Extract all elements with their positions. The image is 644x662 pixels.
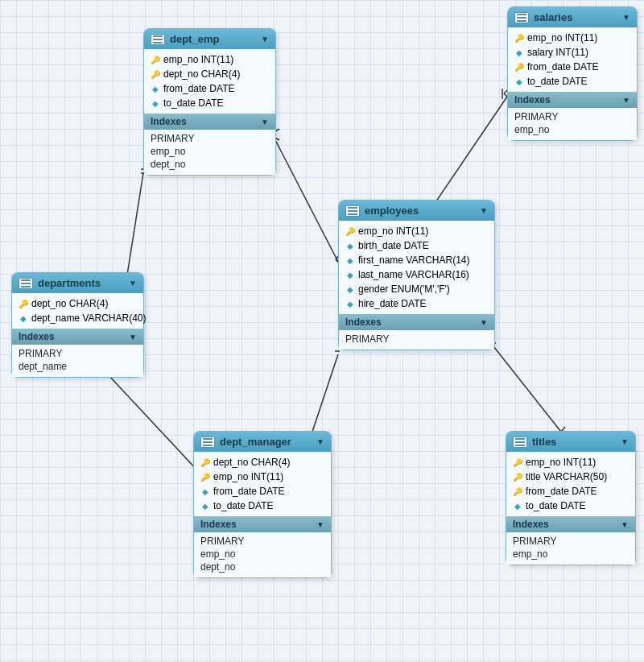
field-text: hire_date DATE: [358, 298, 427, 309]
index-row: PRIMARY: [345, 333, 488, 345]
diamond-icon: ◆: [200, 501, 210, 511]
table-employees-arrow[interactable]: ▼: [480, 206, 488, 215]
table-departments-indexes-body: PRIMARY dept_name: [12, 345, 143, 377]
indexes-arrow: ▼: [621, 520, 629, 529]
table-departments-arrow[interactable]: ▼: [129, 279, 137, 288]
field-row: 🔑 title VARCHAR(50): [506, 470, 635, 484]
diamond-icon: ◆: [345, 241, 355, 250]
field-row: ◆ gender ENUM('M','F'): [339, 282, 494, 296]
diamond-icon: ◆: [345, 299, 355, 308]
table-departments-indexes-header[interactable]: Indexes ▼: [12, 329, 143, 345]
field-row: ◆ to_date DATE: [144, 96, 275, 110]
table-departments[interactable]: departments ▼ 🔑 dept_no CHAR(4) ◆ dept_n…: [11, 272, 144, 378]
field-row: 🔑 dept_no CHAR(4): [194, 455, 331, 470]
table-employees-indexes-body: PRIMARY: [339, 330, 494, 350]
table-salaries-arrow[interactable]: ▼: [622, 13, 630, 22]
index-row: PRIMARY: [151, 132, 269, 145]
table-dept-emp[interactable]: dept_emp ▼ 🔑 emp_no INT(11) 🔑 dept_no CH…: [143, 28, 276, 176]
table-departments-fields: 🔑 dept_no CHAR(4) ◆ dept_name VARCHAR(40…: [12, 293, 143, 329]
table-salaries[interactable]: salaries ▼ 🔑 emp_no INT(11) ◆ salary INT…: [507, 6, 638, 141]
table-titles-indexes-header[interactable]: Indexes ▼: [506, 516, 635, 532]
index-row: emp_no: [513, 548, 629, 561]
diamond-icon: ◆: [513, 501, 522, 511]
table-dept-manager-indexes-header[interactable]: Indexes ▼: [194, 516, 331, 532]
field-row: 🔑 emp_no INT(11): [144, 52, 275, 67]
field-row: 🔑 dept_no CHAR(4): [144, 67, 275, 81]
svg-line-14: [431, 97, 507, 209]
indexes-arrow: ▼: [622, 96, 630, 105]
key-icon: 🔑: [151, 55, 160, 64]
field-row: 🔑 emp_no INT(11): [506, 455, 635, 470]
table-dept-emp-icon: [151, 34, 165, 45]
field-text: to_date DATE: [527, 76, 587, 87]
table-salaries-indexes-header[interactable]: Indexes ▼: [508, 92, 637, 108]
indexes-label: Indexes: [200, 519, 237, 530]
indexes-label: Indexes: [514, 94, 551, 106]
table-employees-indexes-header[interactable]: Indexes ▼: [339, 314, 494, 330]
table-employees-fields: 🔑 emp_no INT(11) ◆ birth_date DATE ◆ fir…: [339, 221, 494, 314]
table-titles-title: titles: [532, 436, 556, 448]
index-row: emp_no: [514, 123, 630, 136]
field-text: first_name VARCHAR(14): [358, 254, 469, 266]
table-dept-manager[interactable]: dept_manager ▼ 🔑 dept_no CHAR(4) 🔑 emp_n…: [193, 431, 332, 578]
table-dept-emp-arrow[interactable]: ▼: [261, 35, 269, 43]
table-salaries-header: salaries ▼: [508, 7, 637, 27]
field-text: from_date DATE: [163, 83, 234, 94]
indexes-label: Indexes: [151, 116, 187, 127]
diamond-icon: ◆: [345, 284, 355, 294]
table-salaries-fields: 🔑 emp_no INT(11) ◆ salary INT(11) 🔑 from…: [508, 27, 637, 92]
diamond-icon: ◆: [514, 77, 524, 86]
field-row: 🔑 emp_no INT(11): [194, 470, 331, 484]
key-icon: 🔑: [200, 472, 210, 482]
field-text: to_date DATE: [213, 500, 273, 511]
table-departments-header: departments ▼: [12, 273, 143, 293]
table-dept-manager-fields: 🔑 dept_no CHAR(4) 🔑 emp_no INT(11) ◆ fro…: [194, 452, 331, 516]
field-row: 🔑 emp_no INT(11): [508, 31, 637, 45]
table-dept-emp-fields: 🔑 emp_no INT(11) 🔑 dept_no CHAR(4) ◆ fro…: [144, 49, 275, 114]
svg-line-0: [274, 137, 338, 262]
field-text: dept_no CHAR(4): [31, 298, 108, 309]
field-text: to_date DATE: [163, 97, 223, 109]
table-dept-emp-indexes-body: PRIMARY emp_no dept_no: [144, 130, 275, 175]
field-row: 🔑 from_date DATE: [508, 60, 637, 74]
field-text: emp_no INT(11): [213, 471, 283, 482]
table-titles-arrow[interactable]: ▼: [621, 437, 629, 446]
table-salaries-indexes-body: PRIMARY emp_no: [508, 108, 637, 140]
key-icon: 🔑: [513, 457, 522, 467]
field-text: salary INT(11): [527, 47, 588, 58]
field-text: dept_no CHAR(4): [163, 68, 240, 80]
field-text: dept_name VARCHAR(40): [31, 312, 147, 324]
key-icon: 🔑: [513, 486, 522, 496]
field-row: ◆ birth_date DATE: [339, 238, 494, 253]
table-employees[interactable]: employees ▼ 🔑 emp_no INT(11) ◆ birth_dat…: [338, 200, 495, 350]
diamond-icon: ◆: [200, 486, 210, 496]
field-row: ◆ first_name VARCHAR(14): [339, 253, 494, 267]
table-dept-manager-arrow[interactable]: ▼: [316, 437, 324, 446]
field-text: emp_no INT(11): [163, 54, 233, 65]
field-row: ◆ salary INT(11): [508, 45, 637, 60]
field-text: dept_no CHAR(4): [213, 457, 290, 468]
table-titles[interactable]: titles ▼ 🔑 emp_no INT(11) 🔑 title VARCHA…: [506, 431, 636, 565]
key-icon: 🔑: [514, 62, 524, 72]
index-row: dept_no: [151, 158, 269, 171]
table-salaries-icon: [514, 12, 529, 23]
field-row: 🔑 dept_no CHAR(4): [12, 296, 143, 311]
table-dept-emp-title: dept_emp: [170, 33, 219, 45]
table-titles-indexes-body: PRIMARY emp_no: [506, 532, 635, 565]
indexes-label: Indexes: [345, 317, 382, 328]
index-row: dept_name: [19, 360, 137, 373]
field-text: from_date DATE: [527, 61, 598, 72]
diamond-icon: ◆: [514, 48, 524, 57]
indexes-label: Indexes: [513, 519, 549, 530]
table-titles-icon: [513, 437, 527, 448]
field-text: from_date DATE: [213, 486, 284, 497]
field-row: ◆ to_date DATE: [506, 499, 635, 513]
field-text: birth_date DATE: [358, 240, 429, 251]
diamond-icon: ◆: [151, 84, 160, 93]
diamond-icon: ◆: [151, 98, 160, 108]
table-dept-emp-indexes-header[interactable]: Indexes ▼: [144, 114, 275, 130]
table-employees-icon: [345, 205, 360, 217]
key-icon: 🔑: [19, 299, 28, 308]
svg-line-30: [97, 362, 209, 483]
field-text: emp_no INT(11): [527, 32, 597, 43]
